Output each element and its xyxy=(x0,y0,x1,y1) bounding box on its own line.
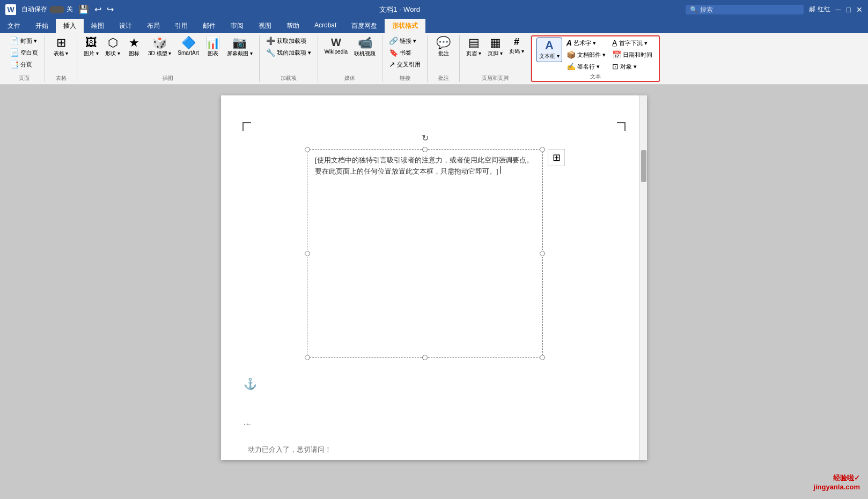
blank-page-button[interactable]: 📃 空白页 xyxy=(8,47,40,58)
textbox-button[interactable]: A 文本框 ▾ xyxy=(536,38,562,62)
bookmark-button[interactable]: 🔖 书签 xyxy=(387,47,423,58)
handle-tl[interactable] xyxy=(305,147,310,152)
document-page: ↻ ⊞ [使用文档中的独特引言吸引读者的注意力，或者使用此空间强调要点。要在此页… xyxy=(221,95,647,460)
signature-button[interactable]: ✍ 签名行 ▾ xyxy=(564,61,608,72)
handle-mr[interactable] xyxy=(540,251,545,256)
tab-home[interactable]: 开始 xyxy=(28,19,56,33)
ribbon-tabs: 文件 开始 插入 绘图 设计 布局 引用 邮件 审阅 视图 帮助 Acrobat… xyxy=(0,19,868,33)
ribbon: 文件 开始 插入 绘图 设计 布局 引用 邮件 审阅 视图 帮助 Acrobat… xyxy=(0,19,868,85)
handle-tm[interactable] xyxy=(422,147,428,152)
group-media: W Wikipedia 📹 联机视频 媒体 xyxy=(318,35,382,82)
autosave-state: 关 xyxy=(67,5,73,14)
group-table: ⊞ 表格 ▾ 表格 xyxy=(45,35,77,82)
search-input[interactable] xyxy=(700,6,786,13)
handle-tr[interactable] xyxy=(540,147,545,152)
minimize-button[interactable]: ─ xyxy=(836,5,841,14)
tab-baidu[interactable]: 百度网盘 xyxy=(344,19,385,33)
tab-acrobat[interactable]: Acrobat xyxy=(307,19,344,33)
table-button[interactable]: ⊞ 表格 ▾ xyxy=(52,35,71,59)
group-illustration-label: 插图 xyxy=(163,73,173,82)
tab-shape-format[interactable]: 形状格式 xyxy=(385,19,425,33)
wordart-button[interactable]: A 艺术字 ▾ xyxy=(564,38,608,48)
scrollbar-thumb[interactable] xyxy=(641,150,646,182)
link-button[interactable]: 🔗 链接 ▾ xyxy=(387,35,423,46)
page-break-button[interactable]: 📑 分页 xyxy=(8,59,40,70)
corner-mark-tl xyxy=(242,122,251,131)
group-addins: ➕ 获取加载项 🔧 我的加载项 ▾ 加载项 xyxy=(260,35,318,82)
tab-draw[interactable]: 绘图 xyxy=(84,19,112,33)
text-cursor xyxy=(500,166,501,174)
shapes-button[interactable]: ⬡ 形状 ▾ xyxy=(103,35,122,59)
group-addins-label: 加载项 xyxy=(281,73,297,82)
my-addins-button[interactable]: 🔧 我的加载项 ▾ xyxy=(264,47,313,58)
cover-button[interactable]: 📄 封面 ▾ xyxy=(8,35,40,46)
picture-button[interactable]: 🖼 图片 ▾ xyxy=(82,35,101,59)
tab-help[interactable]: 帮助 xyxy=(279,19,307,33)
crossref-button[interactable]: ↗ 交叉引用 xyxy=(387,59,423,70)
tab-view[interactable]: 视图 xyxy=(251,19,279,33)
group-comment-label: 批注 xyxy=(438,73,449,82)
group-page-label: 页面 xyxy=(19,73,30,82)
header-button[interactable]: ▤ 页眉 ▾ xyxy=(464,35,483,59)
dropcap-button[interactable]: A̲ 首字下沉 ▾ xyxy=(610,38,654,48)
chart-button[interactable]: 📊 图表 xyxy=(203,35,223,59)
doc-bottom-text: 动力已介入了，恳切请问！ xyxy=(248,445,620,455)
word-logo: W xyxy=(5,4,16,15)
group-text-label: 文本 xyxy=(590,72,601,80)
watermark-line2: jingyanla.com xyxy=(813,483,860,491)
3d-model-button[interactable]: 🎲 3D 模型 ▾ xyxy=(146,35,173,59)
watermark: 经验啦✓ jingyanla.com xyxy=(813,473,860,491)
search-box[interactable]: 🔍 xyxy=(686,5,804,14)
handle-bm[interactable] xyxy=(422,355,428,360)
document-textbox[interactable]: ↻ ⊞ [使用文档中的独特引言吸引读者的注意力，或者使用此空间强调要点。要在此页… xyxy=(307,149,543,358)
comment-button[interactable]: 💬 批注 xyxy=(434,35,453,59)
group-header-footer: ▤ 页眉 ▾ ▦ 页脚 ▾ # 页码 ▾ 页眉和页脚 xyxy=(460,35,531,82)
undo-button[interactable]: ↩ xyxy=(94,4,101,14)
handle-ml[interactable] xyxy=(305,251,310,256)
rotate-handle[interactable]: ↻ xyxy=(421,133,429,142)
textbox-content[interactable]: [使用文档中的独特引言吸引读者的注意力，或者使用此空间强调要点。要在此页面上的任… xyxy=(307,150,542,183)
group-comment: 💬 批注 批注 xyxy=(428,35,460,82)
get-addins-button[interactable]: ➕ 获取加载项 xyxy=(264,35,313,46)
redo-button[interactable]: ↪ xyxy=(107,4,114,14)
handle-bl[interactable] xyxy=(305,355,310,360)
maximize-button[interactable]: □ xyxy=(847,5,851,14)
online-video-button[interactable]: 📹 联机视频 xyxy=(352,35,378,59)
group-text: A 文本框 ▾ A 艺术字 ▾ 📦 文档部件 ▾ ✍ 签名行 ▾ A̲ 首字下沉… xyxy=(531,35,660,82)
tab-design[interactable]: 设计 xyxy=(112,19,139,33)
icons-button[interactable]: ★ 图标 xyxy=(124,35,144,59)
page-num-button[interactable]: # 页码 ▾ xyxy=(507,35,526,57)
page-area: ↻ ⊞ [使用文档中的独特引言吸引读者的注意力，或者使用此空间强调要点。要在此页… xyxy=(0,85,868,499)
watermark-line1: 经验啦✓ xyxy=(833,473,860,483)
paragraph-mark: ·← xyxy=(244,420,252,428)
group-links-label: 链接 xyxy=(400,73,410,82)
group-header-footer-label: 页眉和页脚 xyxy=(482,73,509,82)
tab-file[interactable]: 文件 xyxy=(0,19,28,33)
tab-layout[interactable]: 布局 xyxy=(139,19,167,33)
datetime-button[interactable]: 📅 日期和时间 xyxy=(610,49,654,60)
user-name[interactable]: 郝 红红 xyxy=(809,5,830,14)
close-button[interactable]: ✕ xyxy=(856,5,863,14)
save-button[interactable]: 💾 xyxy=(78,4,89,14)
object-button[interactable]: ⊡ 对象 ▾ xyxy=(610,61,654,72)
doc-title: 文档1 - Word xyxy=(119,5,680,14)
corner-mark-tr xyxy=(617,122,626,131)
tab-mail[interactable]: 邮件 xyxy=(195,19,223,33)
tab-insert[interactable]: 插入 xyxy=(56,19,84,33)
group-table-label: 表格 xyxy=(56,73,67,82)
title-bar: W 自动保存 关 💾 ↩ ↪ 文档1 - Word 🔍 郝 红红 ─ □ ✕ xyxy=(0,0,868,19)
tab-review[interactable]: 审阅 xyxy=(223,19,251,33)
anchor-icon: ⚓ xyxy=(244,377,257,390)
tab-reference[interactable]: 引用 xyxy=(167,19,195,33)
textbox-layout-icon[interactable]: ⊞ xyxy=(548,149,565,166)
smartart-button[interactable]: 🔷 SmartArt xyxy=(175,35,201,57)
screenshot-button[interactable]: 📷 屏幕截图 ▾ xyxy=(225,35,255,59)
doc-parts-button[interactable]: 📦 文档部件 ▾ xyxy=(564,49,608,60)
footer-button[interactable]: ▦ 页脚 ▾ xyxy=(486,35,505,59)
ribbon-content: 📄 封面 ▾ 📃 空白页 📑 分页 页面 ⊞ 表格 ▾ 表格 🖼 xyxy=(0,33,868,84)
autosave-toggle[interactable] xyxy=(49,6,64,13)
group-links: 🔗 链接 ▾ 🔖 书签 ↗ 交叉引用 链接 xyxy=(382,35,428,82)
handle-br[interactable] xyxy=(540,355,545,360)
wikipedia-button[interactable]: W Wikipedia xyxy=(322,35,350,56)
vertical-scrollbar[interactable] xyxy=(639,95,647,460)
